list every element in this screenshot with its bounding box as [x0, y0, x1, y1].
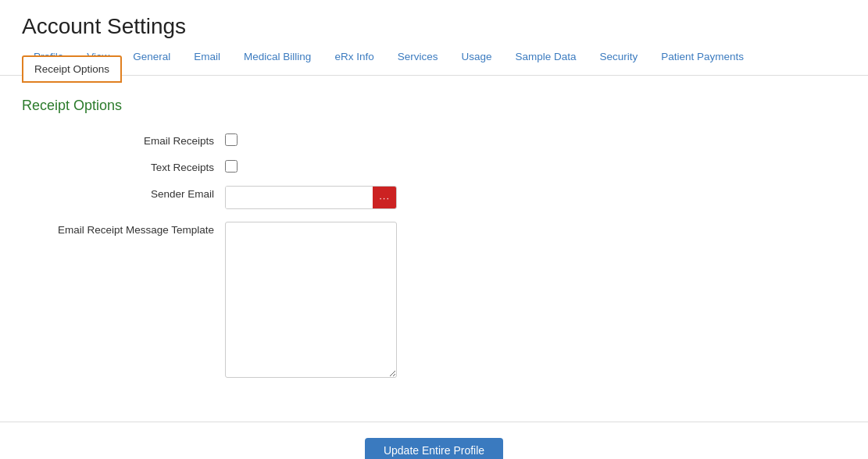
- update-profile-button[interactable]: Update Entire Profile: [365, 438, 503, 459]
- form-table: Email Receipts Text Receipts Sender Emai…: [53, 133, 846, 378]
- email-template-control: [225, 222, 397, 378]
- email-template-row: Email Receipt Message Template: [53, 222, 846, 378]
- page-content: Receipt Options Email Receipts Text Rece…: [0, 76, 868, 406]
- nav-tab-security[interactable]: Security: [588, 44, 650, 69]
- page-header: Account Settings ProfileViewGeneralEmail…: [0, 0, 868, 76]
- sender-email-label: Sender Email: [53, 186, 225, 200]
- sender-email-control: ···: [225, 186, 397, 209]
- email-receipts-control: [225, 133, 238, 146]
- sender-email-wrap: ···: [225, 186, 397, 209]
- email-receipts-row: Email Receipts: [53, 133, 846, 147]
- sender-email-input[interactable]: [226, 187, 373, 208]
- email-receipts-checkbox[interactable]: [225, 133, 238, 146]
- sender-email-row: Sender Email ···: [53, 186, 846, 209]
- nav-tab-patient-payments[interactable]: Patient Payments: [649, 44, 755, 69]
- page-footer: Update Entire Profile: [0, 422, 868, 459]
- email-template-label: Email Receipt Message Template: [53, 222, 225, 236]
- text-receipts-checkbox[interactable]: [225, 160, 238, 173]
- text-receipts-row: Text Receipts: [53, 159, 846, 173]
- email-receipts-label: Email Receipts: [53, 133, 225, 147]
- page-container: Account Settings ProfileViewGeneralEmail…: [0, 0, 868, 459]
- nav-tab-usage[interactable]: Usage: [449, 44, 503, 69]
- nav-tab-medical-billing[interactable]: Medical Billing: [232, 44, 323, 69]
- nav-tab-services[interactable]: Services: [386, 44, 450, 69]
- email-template-textarea[interactable]: [225, 222, 397, 378]
- nav-tab-sample-data[interactable]: Sample Data: [503, 44, 588, 69]
- sender-email-button[interactable]: ···: [373, 187, 396, 208]
- text-receipts-control: [225, 159, 238, 173]
- section-title: Receipt Options: [22, 98, 846, 114]
- page-title: Account Settings: [22, 14, 846, 39]
- nav-tab-erx-info[interactable]: eRx Info: [323, 44, 385, 69]
- sender-email-button-icon: ···: [379, 192, 390, 204]
- nav-tab-receipt-options[interactable]: Receipt Options: [22, 55, 122, 83]
- text-receipts-label: Text Receipts: [53, 159, 225, 173]
- nav-tabs: ProfileViewGeneralEmailMedical BillingeR…: [22, 50, 846, 75]
- nav-tab-email[interactable]: Email: [182, 44, 232, 69]
- nav-tab-general[interactable]: General: [121, 44, 182, 69]
